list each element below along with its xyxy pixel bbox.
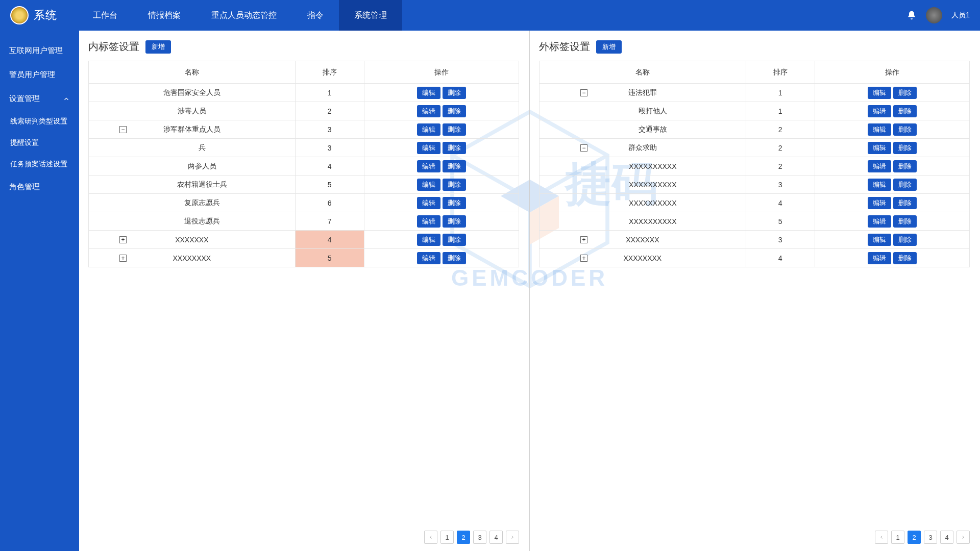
pager-page[interactable]: 1 — [440, 531, 454, 544]
tree-toggle-icon[interactable]: − — [119, 126, 127, 133]
sort-cell: 2 — [746, 139, 815, 157]
name-cell: 复原志愿兵 — [89, 194, 296, 212]
action-cell: 编辑删除 — [364, 84, 519, 102]
pager-page[interactable]: 2 — [908, 531, 921, 544]
tree-toggle-icon[interactable]: + — [119, 236, 127, 243]
top-nav-item[interactable]: 指令 — [292, 0, 339, 31]
action-cell: 编辑删除 — [815, 212, 970, 231]
delete-button[interactable]: 删除 — [893, 105, 917, 117]
delete-button[interactable]: 删除 — [443, 123, 466, 136]
delete-button[interactable]: 删除 — [893, 215, 917, 228]
table-row: XXXXXXXXXX2编辑删除 — [540, 157, 970, 176]
edit-button[interactable]: 编辑 — [868, 215, 891, 228]
edit-button[interactable]: 编辑 — [417, 234, 440, 246]
pager-next[interactable] — [957, 531, 970, 544]
edit-button[interactable]: 编辑 — [417, 87, 440, 99]
sort-cell: 4 — [295, 157, 364, 176]
edit-button[interactable]: 编辑 — [868, 87, 891, 99]
sidebar-item[interactable]: 角色管理 — [0, 175, 79, 199]
delete-button[interactable]: 删除 — [893, 197, 917, 209]
delete-button[interactable]: 删除 — [443, 179, 466, 191]
pager-page[interactable]: 4 — [489, 531, 503, 544]
pager-page[interactable]: 3 — [473, 531, 486, 544]
notification-bell-icon[interactable] — [906, 10, 917, 21]
sidebar-item[interactable]: 互联网用户管理 — [0, 39, 79, 63]
main: 互联网用户管理警员用户管理设置管理线索研判类型设置提醒设置任务预案话述设置角色管… — [0, 31, 980, 551]
pager-next[interactable] — [506, 531, 519, 544]
delete-button[interactable]: 删除 — [893, 160, 917, 172]
tree-toggle-icon[interactable]: + — [580, 255, 587, 262]
edit-button[interactable]: 编辑 — [417, 123, 440, 136]
delete-button[interactable]: 删除 — [443, 87, 466, 99]
top-nav-item[interactable]: 情报档案 — [133, 0, 196, 31]
top-nav: 工作台情报档案重点人员动态管控指令系统管理 — [78, 0, 906, 31]
top-nav-item[interactable]: 系统管理 — [339, 0, 402, 31]
delete-button[interactable]: 删除 — [443, 234, 466, 246]
delete-button[interactable]: 删除 — [893, 179, 917, 191]
name-cell: +XXXXXXXX — [89, 249, 296, 267]
delete-button[interactable]: 删除 — [443, 197, 466, 209]
table-row: 退役志愿兵7编辑删除 — [89, 212, 519, 231]
right-add-button[interactable]: 新增 — [596, 40, 622, 54]
edit-button[interactable]: 编辑 — [868, 105, 891, 117]
pager-prev[interactable] — [875, 531, 888, 544]
sort-cell: 4 — [295, 231, 364, 249]
table-row: +XXXXXXXX4编辑删除 — [540, 249, 970, 267]
edit-button[interactable]: 编辑 — [417, 197, 440, 209]
edit-button[interactable]: 编辑 — [417, 142, 440, 154]
edit-button[interactable]: 编辑 — [417, 252, 440, 264]
pager-page[interactable]: 4 — [940, 531, 953, 544]
top-nav-item[interactable]: 工作台 — [78, 0, 133, 31]
edit-button[interactable]: 编辑 — [417, 179, 440, 191]
tree-toggle-icon[interactable]: − — [580, 89, 587, 96]
sidebar-sub-item[interactable]: 提醒设置 — [0, 132, 79, 154]
edit-button[interactable]: 编辑 — [868, 197, 891, 209]
edit-button[interactable]: 编辑 — [868, 123, 891, 136]
column-header: 排序 — [746, 61, 815, 84]
delete-button[interactable]: 删除 — [443, 160, 466, 172]
edit-button[interactable]: 编辑 — [868, 160, 891, 172]
sidebar-item[interactable]: 警员用户管理 — [0, 63, 79, 87]
delete-button[interactable]: 删除 — [443, 252, 466, 264]
pager-page[interactable]: 1 — [891, 531, 904, 544]
delete-button[interactable]: 删除 — [443, 105, 466, 117]
name-cell: 兵 — [89, 139, 296, 157]
sort-cell: 1 — [746, 102, 815, 120]
pager-prev[interactable] — [424, 531, 437, 544]
delete-button[interactable]: 删除 — [443, 142, 466, 154]
app-header: 系统 工作台情报档案重点人员动态管控指令系统管理 人员1 — [0, 0, 980, 31]
action-cell: 编辑删除 — [815, 157, 970, 176]
edit-button[interactable]: 编辑 — [868, 142, 891, 154]
sort-cell: 4 — [746, 194, 815, 212]
table-row: +XXXXXXX4编辑删除 — [89, 231, 519, 249]
pager-page[interactable]: 2 — [457, 531, 470, 544]
delete-button[interactable]: 删除 — [893, 142, 917, 154]
user-avatar[interactable] — [926, 7, 942, 23]
pager-page[interactable]: 3 — [924, 531, 937, 544]
tree-toggle-icon[interactable]: − — [580, 144, 587, 152]
delete-button[interactable]: 删除 — [893, 252, 917, 264]
left-add-button[interactable]: 新增 — [145, 40, 171, 54]
edit-button[interactable]: 编辑 — [868, 234, 891, 246]
edit-button[interactable]: 编辑 — [868, 179, 891, 191]
sidebar-sub-item[interactable]: 线索研判类型设置 — [0, 111, 79, 132]
top-nav-item[interactable]: 重点人员动态管控 — [196, 0, 292, 31]
delete-button[interactable]: 删除 — [893, 234, 917, 246]
edit-button[interactable]: 编辑 — [417, 215, 440, 228]
edit-button[interactable]: 编辑 — [868, 252, 891, 264]
sidebar-item[interactable]: 设置管理 — [0, 87, 79, 111]
action-cell: 编辑删除 — [364, 102, 519, 120]
sort-cell: 5 — [295, 249, 364, 267]
table-row: −涉军群体重点人员3编辑删除 — [89, 120, 519, 139]
delete-button[interactable]: 删除 — [893, 87, 917, 99]
edit-button[interactable]: 编辑 — [417, 160, 440, 172]
sidebar-sub-item[interactable]: 任务预案话述设置 — [0, 154, 79, 175]
edit-button[interactable]: 编辑 — [417, 105, 440, 117]
tree-toggle-icon[interactable]: + — [580, 236, 587, 243]
name-cell: +XXXXXXX — [540, 231, 746, 249]
delete-button[interactable]: 删除 — [893, 123, 917, 136]
content: 捷码 GEMCODER 内标签设置 新增 名称排序操作 危害国家安全人员1编辑删… — [79, 31, 980, 551]
tree-toggle-icon[interactable]: + — [119, 255, 127, 262]
delete-button[interactable]: 删除 — [443, 215, 466, 228]
app-name: 系统 — [34, 8, 57, 23]
